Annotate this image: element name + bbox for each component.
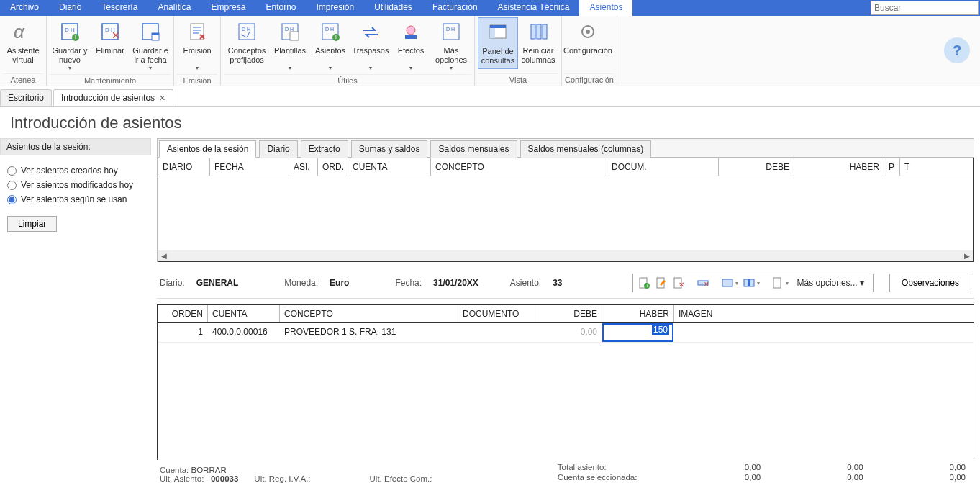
entry-row[interactable]: 1 400.0.0.00016 PROVEEDOR 1 S. FRA: 131 …	[158, 323, 974, 343]
more-icon: D H	[440, 20, 463, 43]
svg-rect-25	[490, 25, 506, 38]
svg-rect-14	[282, 24, 298, 40]
tab-saldos-mensuales[interactable]: Saldos mensuales	[430, 140, 517, 158]
menu-analitica[interactable]: Analítica	[148, 0, 201, 16]
ribbon-configuracion[interactable]: Configuración	[565, 17, 611, 68]
ribbon-eliminar[interactable]: D H✕ Eliminar	[90, 17, 130, 68]
svg-text:D H: D H	[65, 27, 75, 33]
menu-utilidades[interactable]: Utilidades	[364, 0, 422, 16]
cell-documento[interactable]	[458, 323, 537, 342]
cell-imagen[interactable]	[674, 323, 974, 342]
radio-creados-hoy[interactable]: Ver asientos creados hoy	[7, 166, 144, 176]
col-concepto-2[interactable]: CONCEPTO	[280, 305, 458, 322]
ribbon-asistente-virtual[interactable]: α Asistente virtual	[3, 17, 43, 68]
ribbon-guardar-nuevo[interactable]: D H+ Guardar y nuevo▾	[50, 17, 90, 74]
observaciones-button[interactable]: Observaciones	[889, 274, 971, 292]
ribbon-plantillas[interactable]: D H Plantillas▾	[270, 17, 310, 74]
scroll-right-icon[interactable]: ▶	[961, 250, 973, 262]
close-icon[interactable]: ✕	[159, 94, 165, 103]
haber-input[interactable]: 150	[604, 325, 672, 340]
col-t[interactable]: T	[900, 158, 922, 176]
cell-haber[interactable]: 150	[602, 323, 674, 342]
svg-rect-17	[322, 24, 338, 40]
col-haber-2[interactable]: HABER	[602, 305, 674, 322]
doc-new-icon[interactable]: +	[638, 276, 650, 289]
svg-rect-10	[152, 33, 159, 35]
cell-concepto[interactable]: PROVEEDOR 1 S. FRA: 131	[280, 323, 458, 342]
doc-edit-icon[interactable]	[655, 276, 668, 289]
entry-grid: ORDEN CUENTA CONCEPTO DOCUMENTO DEBE HAB…	[157, 304, 974, 482]
menu-archivo[interactable]: Archivo	[0, 0, 49, 16]
total-col3: 0,00	[950, 463, 966, 471]
ribbon-reiniciar-columnas[interactable]: Reiniciar columnas	[518, 17, 558, 68]
split-btn-3-icon[interactable]	[771, 276, 784, 289]
ribbon-efectos[interactable]: Efectos▾	[391, 17, 431, 74]
svg-point-21	[407, 26, 415, 35]
col-cuenta[interactable]: CUENTA	[348, 158, 431, 176]
more-options-menu[interactable]: Más opciones... ▾	[793, 276, 868, 289]
main-panel: Asientos de la sesión Diario Extracto Su…	[151, 138, 980, 483]
session-grid-body[interactable]	[158, 176, 973, 250]
ribbon-asientos-btn[interactable]: D H+ Asientos▾	[310, 17, 350, 74]
tab-asientos-sesion[interactable]: Asientos de la sesión	[159, 140, 256, 158]
ribbon-guardar-fecha[interactable]: Guardar e ir a fecha▾	[130, 17, 171, 74]
col-ord[interactable]: ORD.	[318, 158, 348, 176]
ribbon-emision[interactable]: Emisión▾	[177, 17, 217, 74]
menu-facturacion[interactable]: Facturación	[422, 0, 488, 16]
col-imagen[interactable]: IMAGEN	[674, 305, 974, 322]
sidebar-header: Asientos de la sesión:	[0, 138, 151, 155]
menu-entorno[interactable]: Entorno	[255, 0, 306, 16]
tab-saldos-mensuales-col[interactable]: Saldos mensuales (columnas)	[520, 140, 652, 158]
menu-empresa[interactable]: Empresa	[201, 0, 255, 16]
menu-asientos[interactable]: Asientos	[579, 0, 632, 16]
workspace-tab-escritorio[interactable]: Escritorio	[0, 89, 52, 106]
col-diario[interactable]: DIARIO	[158, 158, 210, 176]
help-icon[interactable]: ?	[944, 37, 970, 63]
col-fecha[interactable]: FECHA	[210, 158, 289, 176]
col-concepto[interactable]: CONCEPTO	[431, 158, 607, 176]
ribbon-mas-opciones[interactable]: D H Más opciones▾	[431, 17, 471, 74]
ribbon-panel-consultas[interactable]: Panel de consultas	[478, 17, 518, 69]
svg-rect-16	[290, 32, 299, 40]
search-input[interactable]	[871, 1, 979, 15]
menu-diario[interactable]: Diario	[49, 0, 91, 16]
tab-sumas-saldos[interactable]: Sumas y saldos	[351, 140, 428, 158]
h-scrollbar[interactable]: ◀ ▶	[158, 250, 973, 261]
svg-text:α: α	[14, 21, 25, 42]
menu-impresion[interactable]: Impresión	[306, 0, 364, 16]
svg-rect-8	[142, 24, 158, 40]
inner-tabstrip: Asientos de la sesión Diario Extracto Su…	[158, 139, 974, 158]
col-asi[interactable]: ASI.	[289, 158, 318, 176]
radio-modificados-hoy[interactable]: Ver asientos modificados hoy	[7, 180, 144, 190]
row-delete-icon[interactable]: ✕	[697, 276, 709, 289]
ribbon-conceptos[interactable]: D H Conceptos prefijados	[224, 17, 270, 68]
cell-debe[interactable]: 0,00	[537, 323, 602, 342]
col-docum[interactable]: DOCUM.	[607, 158, 719, 176]
doc-delete-icon[interactable]: ✕	[672, 276, 685, 289]
asiento-label: Asiento:	[510, 278, 541, 288]
tab-extracto[interactable]: Extracto	[301, 140, 348, 158]
workspace-tab-asientos[interactable]: Introducción de asientos ✕	[53, 89, 173, 106]
col-debe[interactable]: DEBE	[719, 158, 794, 176]
split-btn-2-icon[interactable]	[743, 276, 756, 289]
svg-rect-43	[748, 279, 750, 286]
col-haber[interactable]: HABER	[794, 158, 884, 176]
radio-segun-usan[interactable]: Ver asientos según se usan	[7, 194, 144, 204]
menu-tesoreria[interactable]: Tesorería	[91, 0, 148, 16]
col-debe-2[interactable]: DEBE	[537, 305, 602, 322]
svg-rect-9	[152, 33, 159, 40]
col-p[interactable]: P	[884, 158, 900, 176]
split-btn-1-icon[interactable]	[721, 276, 734, 289]
asiento-value: 33	[553, 278, 562, 288]
ribbon-traspasos[interactable]: Traspasos▾	[350, 17, 391, 74]
scroll-left-icon[interactable]: ◀	[158, 250, 170, 262]
col-documento[interactable]: DOCUMENTO	[458, 305, 537, 322]
menu-asistencia[interactable]: Asistencia Técnica	[488, 0, 580, 16]
cell-cuenta[interactable]: 400.0.0.00016	[208, 323, 280, 342]
svg-rect-42	[744, 279, 754, 286]
tab-diario[interactable]: Diario	[259, 140, 297, 158]
col-cuenta-2[interactable]: CUENTA	[208, 305, 280, 322]
clear-button[interactable]: Limpiar	[7, 216, 57, 232]
col-orden[interactable]: ORDEN	[158, 305, 208, 322]
svg-text:D H: D H	[242, 27, 250, 32]
